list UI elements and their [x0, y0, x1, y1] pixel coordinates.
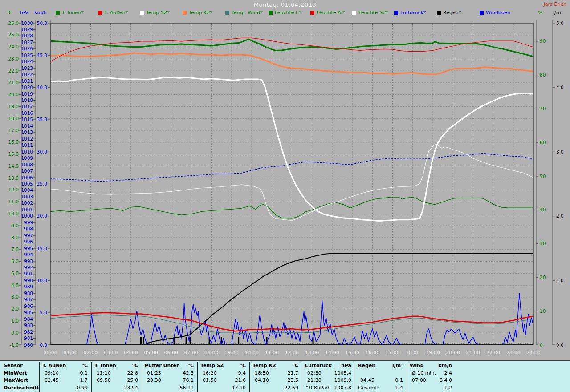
x-axis-label: 24:00: [526, 350, 541, 356]
axis-label-hPa: 1011: [21, 142, 33, 148]
axis-label-pct: 80: [540, 72, 546, 77]
axis-label-hPa: 1026: [21, 46, 33, 51]
axis-label-hPa: 985: [24, 310, 33, 315]
table-value: S 4.0: [407, 377, 452, 383]
axis-label-kmh: 25.0: [37, 181, 47, 186]
axis-label-pct: 20: [540, 275, 546, 280]
axis-label-degC: 2.0: [11, 306, 19, 311]
axis-label-degC: 3.0: [11, 294, 19, 299]
table-row-label: MaxWert: [4, 377, 28, 383]
axis-label-hPa: 998: [24, 226, 33, 231]
axis-label-degC: 15.0: [8, 151, 19, 157]
axis-label-hPa: 1016: [21, 110, 33, 116]
axis-label-hPa: 997: [24, 233, 33, 238]
table-value: 23.5: [249, 377, 298, 383]
axis-label-pct: 90: [540, 38, 546, 44]
table-value: 0.99: [39, 385, 88, 391]
table-value: 1007.8: [302, 385, 351, 391]
table-value: 56.11: [142, 385, 194, 391]
x-axis-label: 22:00: [486, 350, 501, 356]
axis-label-degC: 8.0: [11, 235, 19, 240]
axis-label-hPa: 1005: [21, 181, 33, 186]
axis-label-degC: 1.0: [11, 318, 19, 323]
axis-label-degC: 19.0: [8, 104, 19, 109]
x-axis-label: 11:00: [265, 350, 279, 356]
axis-label-hPa: 1003: [21, 194, 33, 199]
axis-label-hPa: 1010: [21, 149, 33, 154]
axis-label-degC: 16.0: [8, 139, 19, 145]
table-col-unit: km/h: [407, 363, 452, 368]
axis-label-degC: 20.0: [8, 92, 19, 97]
table-value: 0.1: [39, 370, 88, 376]
table-value: 1.7: [39, 377, 88, 383]
axis-label-lm2: 3.0: [556, 149, 564, 154]
axis-label-hPa: 982: [24, 329, 33, 335]
table-col-unit: °C: [39, 363, 88, 368]
table-value: 17.10: [197, 385, 246, 391]
axis-label-hPa: 1007: [21, 168, 33, 174]
axis-label-hPa: 1017: [21, 104, 33, 109]
axis-label-pct: 50: [540, 174, 546, 179]
axis-label-kmh: 30.0: [37, 149, 47, 154]
axis-label-hPa: 989: [24, 284, 33, 289]
axis-label-degC: 21.0: [8, 80, 19, 85]
axis-label-pct: 40: [540, 207, 546, 212]
table-value: 22.69: [249, 385, 298, 391]
axis-label-hPa: 981: [24, 335, 33, 341]
x-axis-label: 12:00: [285, 350, 299, 356]
table-col-unit: °C: [249, 363, 298, 368]
axis-label-degC: 5.0: [11, 271, 19, 276]
axis-label-hPa: 1000: [21, 213, 33, 218]
axis-label-hPa: 1006: [21, 175, 33, 180]
axis-label-pct: 60: [540, 140, 546, 145]
axis-label-hPa: 1004: [21, 187, 33, 193]
axis-label-hPa: 992: [24, 265, 33, 270]
table-value: 9.4: [197, 370, 246, 376]
x-axis-label: 15:00: [345, 350, 359, 356]
x-axis-label: 05:00: [144, 350, 158, 356]
axis-label-hPa: 987: [24, 297, 33, 302]
axis-label-lm2: 1.0: [556, 278, 564, 283]
axis-label-kmh: 50.0: [37, 20, 47, 26]
axis-label-degC: 12.0: [8, 187, 19, 192]
axis-label-degC: 11.0: [8, 199, 19, 204]
x-axis-label: 02:00: [84, 350, 98, 356]
axis-label-kmh: 20.0: [37, 213, 47, 218]
axis-label-lm2: 0.0: [556, 342, 564, 348]
axis-label-degC: 4.0: [11, 283, 19, 288]
axis-label-hPa: 994: [24, 252, 33, 257]
axis-label-hPa: 1013: [21, 129, 33, 135]
weather-station-day-chart-window: Montag, 01.04.2013 Jarz Erich °C hPa km/…: [0, 0, 570, 392]
x-axis-label: 18:00: [406, 350, 420, 356]
x-axis-label: 13:00: [305, 350, 319, 356]
axis-label-lm2: 4.0: [556, 85, 564, 90]
table-col-unit: °C: [91, 363, 138, 368]
table-value: 23.94: [91, 385, 138, 391]
x-axis-label: 10:00: [244, 350, 259, 356]
axis-label-hPa: 1008: [21, 162, 33, 167]
axis-label-degC: 25.0: [8, 32, 19, 37]
table-row-label: MinWert: [4, 370, 27, 376]
table-value: 1009.9: [302, 377, 351, 383]
x-axis-label: 09:00: [224, 350, 239, 356]
table-value: 0.1: [355, 377, 403, 383]
axis-label-hPa: 1027: [21, 40, 33, 45]
axis-label-hPa: 1021: [21, 78, 33, 84]
axis-label-hPa: 986: [24, 303, 33, 309]
x-axis-label: 14:00: [325, 350, 339, 356]
axis-label-degC: -1.0: [10, 342, 19, 348]
axis-label-degC: 10.0: [8, 211, 19, 216]
axis-label-hPa: 1019: [21, 91, 33, 97]
axis-label-degC: 9.0: [11, 223, 19, 228]
axis-label-kmh: 0.0: [40, 342, 47, 348]
axis-label-hPa: 1029: [21, 27, 33, 32]
x-axis-label: 20:00: [446, 350, 460, 356]
table-value: 21.7: [249, 370, 298, 376]
axis-label-hPa: 1030: [21, 20, 33, 26]
axis-label-pct: 30: [540, 241, 546, 246]
x-axis-label: 06:00: [164, 350, 178, 356]
axis-label-lm2: 2.0: [556, 213, 564, 218]
axis-label-lm2: 5.0: [556, 20, 564, 26]
table-value: 76.1: [142, 377, 194, 383]
axis-label-hPa: 995: [24, 246, 33, 251]
